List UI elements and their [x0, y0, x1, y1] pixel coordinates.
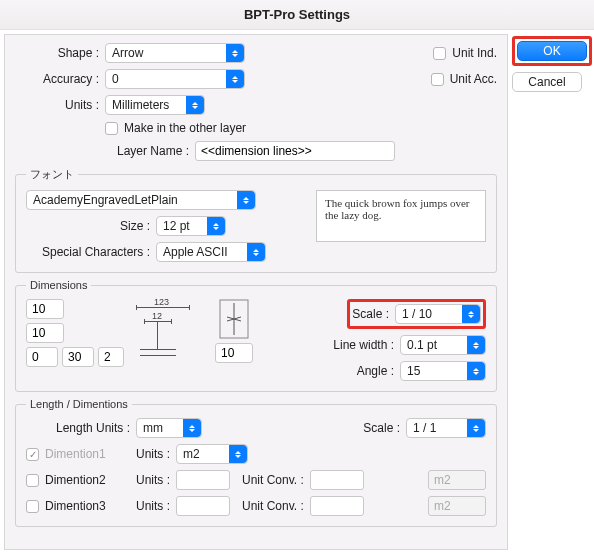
- units-select[interactable]: Millimeters: [105, 95, 205, 115]
- dimention2-label: Dimention2: [45, 473, 106, 487]
- accuracy-label: Accuracy :: [15, 72, 105, 86]
- diagram-label-top: 123: [154, 297, 169, 307]
- font-legend: フォント: [26, 167, 78, 182]
- row2-conv-input[interactable]: [310, 470, 364, 490]
- checkbox-icon: ✓: [26, 448, 39, 461]
- length-group: Length / Dimentions Length Units : mm Sc…: [15, 398, 497, 527]
- dimention1-checkbox[interactable]: ✓ Dimention1: [26, 447, 136, 461]
- shape-value: Arrow: [112, 46, 143, 60]
- unit-ind-checkbox[interactable]: Unit Ind.: [433, 46, 497, 60]
- row3-conv-input[interactable]: [310, 496, 364, 516]
- accuracy-select[interactable]: 0: [105, 69, 245, 89]
- row3-right-input: [428, 496, 486, 516]
- linewidth-label: Line width :: [333, 338, 400, 352]
- font-group: フォント AcademyEngravedLetPlain Size :: [15, 167, 497, 273]
- row1-units-select[interactable]: m2: [176, 444, 248, 464]
- length-scale-select[interactable]: 1 / 1: [406, 418, 486, 438]
- settings-window: BPT-Pro Settings Shape : Arrow Unit Ind.…: [0, 0, 594, 554]
- chevron-updown-icon: [462, 305, 480, 323]
- chevron-updown-icon: [229, 445, 247, 463]
- length-scale-value: 1 / 1: [413, 421, 436, 435]
- row2-units-input[interactable]: [176, 470, 230, 490]
- dimention3-label: Dimention3: [45, 499, 106, 513]
- row3-units-input[interactable]: [176, 496, 230, 516]
- special-chars-value: Apple ASCII: [163, 245, 228, 259]
- row3-conv-label: Unit Conv. :: [242, 499, 310, 513]
- shape-select[interactable]: Arrow: [105, 43, 245, 63]
- dimensions-legend: Dimensions: [26, 279, 91, 291]
- row2-units-label: Units :: [136, 473, 176, 487]
- chevron-updown-icon: [467, 336, 485, 354]
- chevron-updown-icon: [237, 191, 255, 209]
- window-title: BPT-Pro Settings: [0, 0, 594, 30]
- dimention2-checkbox[interactable]: Dimention2: [26, 473, 136, 487]
- scale-highlight: Scale : 1 / 10: [347, 299, 486, 329]
- side-panel: OK Cancel: [512, 34, 590, 550]
- angle-select[interactable]: 15: [400, 361, 486, 381]
- row2-right-input: [428, 470, 486, 490]
- dimension-diagram: 123 12: [130, 299, 205, 359]
- row1-units-value: m2: [183, 447, 200, 461]
- length-units-value: mm: [143, 421, 163, 435]
- layer-name-input[interactable]: [195, 141, 395, 161]
- length-units-select[interactable]: mm: [136, 418, 202, 438]
- length-units-label: Length Units :: [26, 421, 136, 435]
- angle-value: 15: [407, 364, 420, 378]
- checkbox-icon: [431, 73, 444, 86]
- chevron-updown-icon: [207, 217, 225, 235]
- units-value: Millimeters: [112, 98, 169, 112]
- length-scale-label: Scale :: [363, 421, 406, 435]
- checkbox-icon: [433, 47, 446, 60]
- font-size-select[interactable]: 12 pt: [156, 216, 226, 236]
- font-value: AcademyEngravedLetPlain: [33, 193, 178, 207]
- cancel-button[interactable]: Cancel: [512, 72, 582, 92]
- dim-c-input[interactable]: [26, 347, 58, 367]
- length-legend: Length / Dimentions: [26, 398, 132, 410]
- make-other-layer-label: Make in the other layer: [124, 121, 246, 135]
- ok-highlight: OK: [512, 36, 592, 66]
- unit-acc-checkbox[interactable]: Unit Acc.: [431, 72, 497, 86]
- row2-conv-label: Unit Conv. :: [242, 473, 310, 487]
- scale-label: Scale :: [352, 307, 395, 321]
- dimention3-checkbox[interactable]: Dimention3: [26, 499, 136, 513]
- row3-units-label: Units :: [136, 499, 176, 513]
- row1-units-label: Units :: [136, 447, 176, 461]
- scale-value: 1 / 10: [402, 307, 432, 321]
- font-select[interactable]: AcademyEngravedLetPlain: [26, 190, 256, 210]
- diagram-label-mid: 12: [152, 311, 162, 321]
- linewidth-value: 0.1 pt: [407, 338, 437, 352]
- dimention1-label: Dimention1: [45, 447, 106, 461]
- units-label: Units :: [15, 98, 105, 112]
- font-size-value: 12 pt: [163, 219, 190, 233]
- dim-e-input[interactable]: [98, 347, 124, 367]
- angle-label: Angle :: [357, 364, 400, 378]
- special-chars-label: Special Characters :: [26, 245, 156, 259]
- special-chars-select[interactable]: Apple ASCII: [156, 242, 266, 262]
- chevron-updown-icon: [467, 419, 485, 437]
- font-size-label: Size :: [26, 219, 156, 233]
- chevron-updown-icon: [247, 243, 265, 261]
- unit-ind-label: Unit Ind.: [452, 46, 497, 60]
- make-other-layer-checkbox[interactable]: Make in the other layer: [105, 121, 246, 135]
- chevron-updown-icon: [467, 362, 485, 380]
- ok-button[interactable]: OK: [517, 41, 587, 61]
- font-preview: The quick brown fox jumps over the lazy …: [316, 190, 486, 242]
- dim-d-input[interactable]: [62, 347, 94, 367]
- main-panel: Shape : Arrow Unit Ind. Accuracy : 0: [4, 34, 508, 550]
- dim-f-input[interactable]: [215, 343, 253, 363]
- dim-a-input[interactable]: [26, 299, 64, 319]
- shape-label: Shape :: [15, 46, 105, 60]
- scale-select[interactable]: 1 / 10: [395, 304, 481, 324]
- chevron-updown-icon: [226, 44, 244, 62]
- checkbox-icon: [105, 122, 118, 135]
- checkbox-icon: [26, 500, 39, 513]
- chevron-updown-icon: [183, 419, 201, 437]
- dimensions-group: Dimensions: [15, 279, 497, 392]
- accuracy-value: 0: [112, 72, 119, 86]
- checkbox-icon: [26, 474, 39, 487]
- unit-acc-label: Unit Acc.: [450, 72, 497, 86]
- arrow-style-icon: [219, 299, 249, 339]
- dim-b-input[interactable]: [26, 323, 64, 343]
- linewidth-select[interactable]: 0.1 pt: [400, 335, 486, 355]
- layer-name-label: Layer Name :: [117, 144, 195, 158]
